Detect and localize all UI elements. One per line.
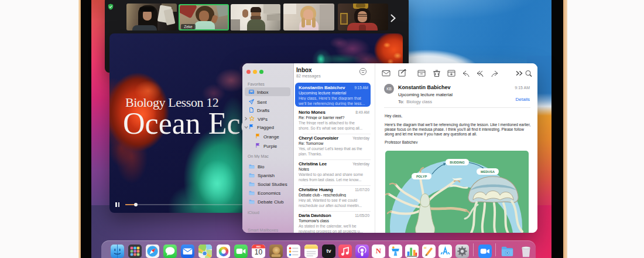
svg-text:BUDDING: BUDDING [450, 161, 465, 164]
svg-text:MEDUSA: MEDUSA [481, 170, 495, 174]
svg-text:POLYP: POLYP [416, 175, 426, 178]
svg-text:“: “ [423, 246, 426, 252]
